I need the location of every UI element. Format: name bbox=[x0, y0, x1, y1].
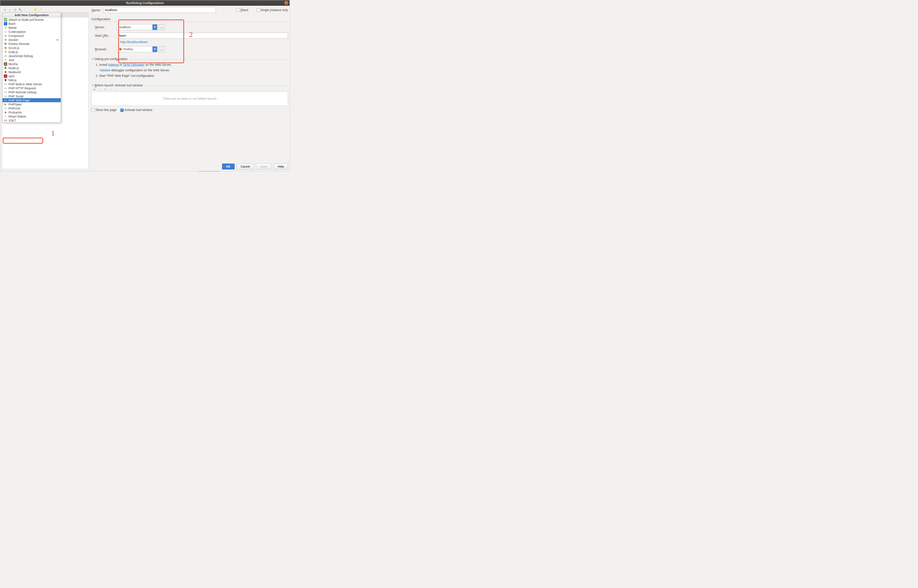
close-icon[interactable]: ✕ bbox=[285, 1, 288, 5]
settings-icon[interactable]: 🔧 bbox=[18, 8, 22, 11]
config-type-icon: php bbox=[4, 87, 7, 90]
task-down-icon[interactable]: ↓ bbox=[115, 88, 118, 91]
config-type-icon: ⬢ bbox=[4, 66, 7, 70]
ok-button[interactable]: OK bbox=[222, 163, 235, 170]
config-type-label: PHP Remote Debug bbox=[8, 90, 36, 94]
activate-tool-checkbox[interactable]: Activate tool window bbox=[120, 108, 152, 112]
config-type-item[interactable]: >_Bash bbox=[3, 22, 61, 26]
config-type-label: NW.js bbox=[8, 79, 16, 82]
config-type-label: JavaScript Debug bbox=[8, 54, 33, 58]
config-type-item[interactable]: ◐PHPSpec bbox=[3, 102, 61, 106]
config-type-item[interactable]: ⬢Nodeunit bbox=[3, 70, 61, 74]
before-launch-section[interactable]: ▼ Before launch: Activate tool window bbox=[92, 84, 288, 87]
config-type-label: PHPSpec bbox=[8, 103, 22, 106]
collapse-icon: ▼ bbox=[92, 84, 94, 87]
collapse-icon: ▼ bbox=[92, 58, 94, 60]
config-type-label: Attach to Node.js/Chrome bbox=[8, 18, 44, 21]
config-type-icon: ⬢ bbox=[4, 79, 7, 82]
config-type-item[interactable]: JSJavaScript Debug bbox=[3, 54, 61, 58]
config-type-icon: php bbox=[4, 107, 7, 110]
config-type-item[interactable]: ⬡Codeception bbox=[3, 30, 61, 34]
chevron-right-icon: ▶ bbox=[57, 39, 60, 41]
config-type-item[interactable]: ⬢NW.js bbox=[3, 78, 61, 82]
config-type-item[interactable]: ℬBehat bbox=[3, 26, 61, 30]
config-type-label: PHP Web Page bbox=[8, 99, 30, 102]
config-type-label: Gulp.js bbox=[8, 50, 18, 54]
name-label: Name: bbox=[92, 8, 101, 12]
preconfig-step-2: 2. Start "PHP Web Page" run-configuratio… bbox=[96, 73, 288, 79]
name-input[interactable] bbox=[104, 7, 216, 13]
config-type-item[interactable]: ◉Protractor bbox=[3, 110, 61, 114]
config-type-label: Behat bbox=[8, 26, 16, 29]
preconfig-validate: Validate debugger configuration on the W… bbox=[96, 68, 288, 73]
add-icon[interactable]: ＋ bbox=[3, 8, 6, 11]
config-type-item[interactable]: phpPHP HTTP Request bbox=[3, 86, 61, 90]
config-type-item[interactable]: 😺Grunt.js bbox=[3, 46, 61, 50]
task-add-icon[interactable]: ＋ bbox=[93, 88, 96, 91]
single-instance-checkbox[interactable]: Single instance only bbox=[256, 8, 288, 12]
server-label: Server: bbox=[92, 26, 117, 29]
config-type-item[interactable]: mMocha bbox=[3, 62, 61, 66]
task-edit-icon[interactable]: ✎ bbox=[104, 88, 107, 91]
config-type-item[interactable]: phpPHP Script bbox=[3, 94, 61, 98]
config-type-icon: n bbox=[4, 74, 7, 78]
folder-icon[interactable]: 📁 bbox=[34, 8, 37, 11]
validate-link[interactable]: Validate bbox=[100, 68, 110, 72]
config-type-label: Grunt.js bbox=[8, 46, 19, 50]
config-type-icon: XS bbox=[4, 119, 7, 122]
cancel-button[interactable]: Cancel bbox=[237, 163, 254, 170]
config-type-label: Protractor bbox=[8, 111, 22, 114]
config-type-icon: ▣ bbox=[4, 34, 7, 37]
config-type-item[interactable]: JSAttach to Node.js/Chrome bbox=[3, 18, 61, 22]
config-type-item[interactable]: ⬢Node.js bbox=[3, 66, 61, 70]
apply-button[interactable]: Apply bbox=[256, 163, 272, 170]
config-type-item[interactable]: 🐳Docker▶ bbox=[3, 38, 61, 42]
config-type-item[interactable]: phpPHP Built-in Web Server bbox=[3, 82, 61, 86]
config-type-item[interactable]: nnpm bbox=[3, 74, 61, 78]
config-type-icon: php bbox=[4, 90, 7, 94]
config-type-item[interactable]: 🥤Gulp.js bbox=[3, 50, 61, 54]
config-type-item[interactable]: phpPHP Web Page bbox=[3, 98, 61, 102]
annotation-box-1 bbox=[3, 138, 43, 144]
down-icon[interactable]: ↓ bbox=[29, 8, 32, 11]
config-type-item[interactable]: ▣Compound bbox=[3, 34, 61, 38]
config-type-icon: php bbox=[4, 82, 7, 86]
config-type-label: XSLT bbox=[8, 119, 16, 122]
config-toolbar: ＋ － ⧉ 🔧 ↑ ↓ 📁 ↓ª bbox=[2, 7, 89, 13]
config-type-item[interactable]: phpPHP Remote Debug bbox=[3, 90, 61, 94]
config-type-label: Node.js bbox=[8, 66, 19, 70]
config-type-item[interactable]: 🦊Firefox Remote bbox=[3, 42, 61, 46]
config-type-label: Docker bbox=[8, 38, 18, 42]
annotation-1: 1 bbox=[51, 129, 55, 137]
config-type-item[interactable]: phpPHPUnit bbox=[3, 106, 61, 110]
config-type-icon: ⚛ bbox=[4, 115, 7, 118]
config-type-icon: ◐ bbox=[4, 103, 7, 106]
xdebug-link[interactable]: Xdebug bbox=[108, 63, 119, 66]
share-checkbox[interactable]: Share bbox=[236, 8, 248, 12]
config-type-icon: JS bbox=[4, 54, 7, 58]
annotation-box-3 bbox=[198, 171, 221, 171]
show-page-checkbox[interactable]: Show this page bbox=[92, 108, 117, 112]
config-type-label: Mocha bbox=[8, 62, 18, 66]
config-type-icon: php bbox=[4, 95, 7, 98]
config-type-icon: ✦ bbox=[4, 58, 7, 62]
add-config-popup: Add New Configuration JSAttach to Node.j… bbox=[2, 13, 61, 123]
config-type-icon: 😺 bbox=[4, 46, 7, 50]
config-type-icon: 🦊 bbox=[4, 42, 7, 45]
copy-icon[interactable]: ⧉ bbox=[13, 8, 17, 11]
start-url-label: Start URL: bbox=[92, 34, 117, 37]
config-type-label: Nodeunit bbox=[8, 70, 21, 74]
sort-icon[interactable]: ↓ª bbox=[39, 8, 42, 11]
config-type-item[interactable]: ⚛React Native bbox=[3, 114, 61, 118]
config-type-icon: m bbox=[4, 62, 7, 66]
help-button[interactable]: Help bbox=[274, 163, 288, 170]
task-up-icon[interactable]: ↑ bbox=[109, 88, 113, 91]
config-type-item[interactable]: XSXSLT bbox=[3, 118, 61, 123]
config-type-label: Bash bbox=[8, 22, 16, 26]
remove-icon[interactable]: － bbox=[8, 8, 12, 11]
config-type-icon: JS bbox=[4, 18, 7, 21]
up-icon[interactable]: ↑ bbox=[24, 8, 27, 11]
zend-link[interactable]: Zend Debugger bbox=[123, 63, 144, 66]
task-remove-icon[interactable]: － bbox=[98, 88, 102, 91]
config-type-item[interactable]: ✦Jest bbox=[3, 58, 61, 62]
